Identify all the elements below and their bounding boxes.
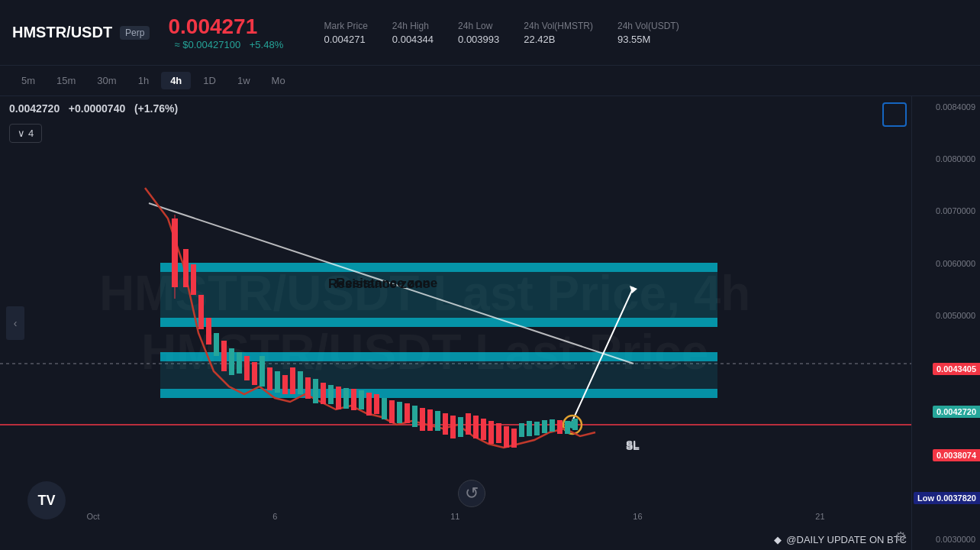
svg-rect-26 (267, 367, 272, 390)
pair-name: HMSTR/USDT (12, 24, 112, 41)
svg-rect-19 (214, 333, 219, 356)
svg-rect-59 (519, 423, 524, 437)
price-tick-0.0070000: 0.0070000 (912, 206, 980, 215)
tf-4h[interactable]: 4h (161, 72, 191, 89)
svg-rect-60 (527, 421, 532, 436)
svg-rect-56 (496, 423, 501, 443)
stat-item-24hhigh: 24h High0.004344 (392, 21, 434, 45)
date-tick-21: 21 (815, 512, 824, 521)
svg-rect-52 (466, 413, 471, 435)
stats-row: Mark Price0.00427124h High0.00434424h Lo… (324, 21, 968, 45)
svg-rect-43 (397, 402, 402, 423)
svg-rect-46 (420, 408, 425, 431)
tf-mo[interactable]: Mo (263, 72, 295, 89)
svg-rect-41 (382, 398, 387, 419)
pair-info: HMSTR/USDT Perp (12, 24, 150, 41)
svg-rect-21 (229, 348, 234, 375)
svg-rect-48 (435, 411, 440, 431)
price-tick-0.0084009: 0.0084009 (912, 102, 980, 112)
svg-rect-58 (511, 429, 517, 448)
svg-rect-50 (450, 416, 456, 438)
svg-rect-4 (160, 263, 717, 327)
stat-item-24hvol(usdt): 24h Vol(USDT)93.55M (617, 21, 679, 45)
svg-rect-28 (282, 375, 288, 394)
price-tick-0.0080000: 0.0080000 (912, 154, 980, 163)
svg-rect-63 (550, 419, 555, 432)
chevron-down-icon: ∨ (18, 128, 25, 139)
svg-rect-32 (313, 379, 318, 403)
svg-rect-30 (298, 371, 303, 394)
diamond-icon: ◆ (774, 534, 782, 545)
svg-rect-38 (359, 390, 364, 409)
usd-price: ≈ $0.00427100 +5.48% (168, 39, 305, 50)
svg-rect-49 (443, 413, 448, 435)
svg-rect-17 (198, 295, 204, 329)
svg-rect-25 (260, 356, 265, 387)
svg-rect-65 (565, 421, 570, 434)
svg-rect-29 (290, 367, 295, 394)
ohlc-info: 0.0042720 +0.0000740 (+1.76%) (9, 102, 178, 115)
price-tick-0.0030000: 0.0030000 (912, 535, 980, 544)
svg-rect-66 (572, 419, 578, 430)
tf-15m[interactable]: 15m (47, 72, 85, 89)
svg-rect-35 (336, 387, 341, 409)
svg-rect-15 (183, 249, 189, 287)
chart-svg (0, 96, 911, 507)
svg-rect-40 (374, 394, 379, 414)
date-tick-Oct: Oct (86, 512, 99, 521)
stat-item-markprice: Mark Price0.004271 (324, 21, 367, 45)
svg-rect-36 (343, 388, 349, 409)
price-block: 0.004271 ≈ $0.00427100 +5.48% (168, 15, 305, 50)
svg-rect-53 (473, 416, 479, 438)
stat-item-24hlow: 24h Low0.003993 (458, 21, 499, 45)
price-tick-0.0050000: 0.0050000 (912, 311, 980, 320)
date-tick-16: 16 (633, 512, 642, 521)
svg-rect-18 (206, 318, 211, 345)
svg-rect-16 (191, 264, 196, 295)
settings-icon[interactable]: ⚙ (895, 529, 907, 545)
svg-rect-24 (252, 362, 257, 385)
date-axis: Oct6111621 (0, 507, 911, 526)
main-price: 0.004271 (168, 15, 305, 39)
tf-1d[interactable]: 1D (194, 72, 225, 89)
date-tick-6: 6 (272, 512, 277, 521)
svg-rect-42 (389, 400, 395, 423)
reset-icon: ↺ (465, 484, 479, 503)
tf-1h[interactable]: 1h (129, 72, 158, 89)
attribution: ◆ @DAILY UPDATE ON BTC (774, 534, 907, 545)
stat-item-24hvol(hmstr): 24h Vol(HMSTR)22.42B (524, 21, 593, 45)
svg-rect-39 (366, 393, 372, 416)
timeframe-bar: 5m15m30m1h4h1D1wMo (0, 66, 980, 96)
svg-rect-47 (427, 409, 433, 431)
svg-rect-31 (305, 377, 311, 399)
sl-label: SL (626, 438, 640, 451)
svg-rect-20 (221, 341, 227, 371)
svg-rect-22 (237, 352, 242, 374)
svg-rect-61 (534, 422, 540, 435)
chart-area: HMSTR/USDT Last Price, 4h HMSTR/USDT Las… (0, 96, 980, 550)
scroll-left-button[interactable]: ‹ (6, 306, 24, 340)
svg-rect-54 (481, 419, 486, 440)
svg-rect-44 (405, 403, 410, 423)
svg-rect-27 (275, 371, 280, 393)
indicator-badge[interactable]: ∨ 4 (9, 124, 42, 143)
svg-rect-37 (351, 389, 356, 410)
perp-badge: Perp (120, 26, 150, 40)
svg-rect-34 (328, 385, 334, 404)
chevron-left-icon: ‹ (14, 317, 18, 329)
fullscreen-icon[interactable] (882, 102, 907, 127)
svg-rect-57 (504, 426, 509, 448)
svg-rect-51 (458, 417, 463, 437)
svg-rect-64 (557, 420, 563, 434)
svg-rect-62 (542, 420, 547, 433)
tf-30m[interactable]: 30m (88, 72, 125, 89)
svg-rect-33 (321, 383, 326, 404)
reset-button[interactable]: ↺ (458, 480, 485, 507)
price-tick-0.0060000: 0.0060000 (912, 259, 980, 268)
tradingview-logo: TV (27, 481, 66, 519)
svg-rect-55 (488, 421, 494, 444)
tf-5m[interactable]: 5m (12, 72, 44, 89)
header: HMSTR/USDT Perp 0.004271 ≈ $0.00427100 +… (0, 0, 980, 66)
svg-rect-23 (244, 356, 250, 380)
tf-1w[interactable]: 1w (228, 72, 260, 89)
